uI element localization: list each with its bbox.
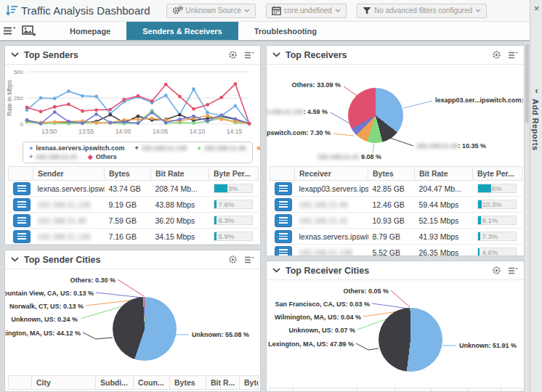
svg-text:250: 250 xyxy=(14,95,24,102)
collapse-chevron-icon[interactable] xyxy=(272,52,280,57)
col-bytes[interactable]: Bytes xyxy=(368,167,415,181)
panel-top-receivers: Top Receivers Others: 33.09 % lexapp03.s… xyxy=(266,45,525,256)
row-menu-button[interactable] xyxy=(275,198,292,211)
advanced-filter-dropdown[interactable]: No advanced filters configured xyxy=(357,4,487,18)
gear-icon[interactable] xyxy=(492,266,501,275)
top-header-bar: Traffic Analysis Dashboard Unknown Sourc… xyxy=(0,0,530,22)
table-row[interactable]: 192.168.21.40 7.59 GB 36.20 Mbps 6.3% xyxy=(9,213,259,229)
col-byte-percent[interactable]: Byte Per... xyxy=(209,167,259,181)
table-row[interactable]: lexnas.servers.ipswitch.com 8.79 GB 41.9… xyxy=(270,229,522,245)
pie-label: Wilmington, MA, US: 0.04 % xyxy=(275,314,361,321)
pie-label: San Francisco, CA, US: 0.03 % xyxy=(275,301,370,308)
source-dropdown-label: Unknown Source xyxy=(186,7,241,15)
collapse-chevron-icon[interactable] xyxy=(272,268,280,273)
table-row[interactable]: lexapp03.servers.ipswitch.... 42.85 GB 2… xyxy=(270,181,522,197)
funnel-icon xyxy=(363,7,371,15)
receiver-cities-pie-chart: Others: 0.05 % San Francisco, CA, US: 0.… xyxy=(267,280,524,388)
table-row[interactable]: 192.168.21.130 7.16 GB 34.15 Mbps 5.9% xyxy=(9,229,259,245)
pie-label: Others: 33.09 % xyxy=(291,81,341,89)
col-bytes[interactable]: Bytes xyxy=(105,167,151,181)
scrollbar-thumb[interactable] xyxy=(525,44,529,123)
row-menu-button[interactable] xyxy=(275,230,292,243)
col-bytes[interactable]: Bytes xyxy=(170,376,206,390)
col-bitrate[interactable]: Bit Rate xyxy=(151,167,209,181)
pie-label: lexapp03.ser...ipswitch.com: 35 xyxy=(435,97,525,104)
col-bytes[interactable]: Bytes xyxy=(432,388,468,392)
col-byte-percent[interactable]: Byte Per... xyxy=(473,167,522,181)
col-bitrate[interactable]: Bit R... xyxy=(468,388,501,392)
row-menu-button[interactable] xyxy=(275,246,292,257)
pie xyxy=(113,297,177,361)
add-image-icon[interactable] xyxy=(19,22,38,40)
export-menu-icon[interactable] xyxy=(508,266,518,275)
table-row[interactable]: 192.168.21.49 12.46 GB 59.44 Mbps 10.3% xyxy=(270,197,522,213)
export-menu-icon[interactable] xyxy=(508,51,518,60)
close-icon[interactable]: × xyxy=(530,3,542,15)
pie-label: Lexington, MA, US: 47.89 % xyxy=(268,340,354,348)
gear-icon[interactable] xyxy=(228,50,238,60)
receivers-table: Receiver Bytes Bit Rate Byte Per... lexa… xyxy=(270,166,522,256)
source-dropdown[interactable]: Unknown Source xyxy=(166,4,256,18)
panel-title: Top Senders xyxy=(24,50,78,60)
calendar-icon xyxy=(272,6,281,15)
col-city[interactable]: City xyxy=(294,388,357,392)
tab-homepage[interactable]: Homepage xyxy=(54,22,126,40)
panel-top-receiver-cities: Top Receiver Cities Others: 0.05 % San F… xyxy=(266,261,525,392)
svg-text:14:05: 14:05 xyxy=(153,128,169,135)
svg-text:14:15: 14:15 xyxy=(227,128,243,135)
pie-label: Norwalk, CT, US: 0.13 % xyxy=(9,303,84,310)
date-range-dropdown[interactable]: core.undefined xyxy=(266,4,347,18)
senders-table: Sender Bytes Bit Rate Byte Per... lexnas… xyxy=(8,166,259,245)
collapse-chevron-icon[interactable] xyxy=(11,52,19,57)
col-subdivision[interactable]: Subdi... xyxy=(357,388,395,392)
report-list-icon[interactable] xyxy=(0,22,19,40)
sender-cities-pie-chart: Others: 0.30 % Mountain View, CA, US: 0.… xyxy=(5,269,260,375)
col-byte-percent[interactable]: Byte ... xyxy=(240,376,259,390)
panel-title: Top Receiver Cities xyxy=(286,266,369,276)
row-menu-button[interactable] xyxy=(275,214,292,227)
col-subdivision[interactable]: Subdi... xyxy=(96,376,134,390)
svg-text:14:10: 14:10 xyxy=(190,128,206,135)
row-menu-button[interactable] xyxy=(13,230,31,243)
pie-label: Unknown, US: 0.24 % xyxy=(11,316,78,323)
chevron-down-icon xyxy=(475,9,481,12)
tab-senders-receivers[interactable]: Senders & Receivers xyxy=(126,22,238,40)
row-menu-button[interactable] xyxy=(13,214,31,227)
export-menu-icon[interactable] xyxy=(244,256,254,264)
svg-text:Rate in Mbps: Rate in Mbps xyxy=(6,80,13,116)
col-bitrate[interactable]: Bit R... xyxy=(206,376,240,390)
tab-troubleshooting[interactable]: Troubleshooting xyxy=(238,22,333,40)
add-reports-label: Add Reports xyxy=(531,99,540,151)
export-menu-icon[interactable] xyxy=(244,51,254,60)
col-sender[interactable]: Sender xyxy=(33,167,105,181)
col-bitrate[interactable]: Bit Rate xyxy=(415,167,473,181)
col-country[interactable]: Coun... xyxy=(134,376,170,390)
chevron-left-icon: ‹ xyxy=(530,86,542,96)
col-country[interactable]: Coun... xyxy=(395,388,432,392)
pie-label: as.servers.ipswitch.com: 7.30 % xyxy=(266,129,331,136)
col-receiver[interactable]: Receiver xyxy=(295,167,368,181)
table-row[interactable]: 192.168.21.136 9.19 GB 43.88 Mbps 7.6% xyxy=(9,197,259,213)
tabs: Homepage Senders & Receivers Troubleshoo… xyxy=(54,22,333,40)
row-menu-button[interactable] xyxy=(13,198,31,211)
add-reports-rail[interactable]: × ‹ Add Reports xyxy=(530,0,542,392)
col-city[interactable]: City xyxy=(32,376,96,390)
pie-label: Mountain View, CA, US: 0.13 % xyxy=(4,290,94,297)
col-byte-percent[interactable]: Byte ... xyxy=(501,388,522,392)
table-row[interactable]: lexnas.servers.ipswitch.com 43.74 GB 208… xyxy=(9,181,259,197)
gear-icon[interactable] xyxy=(228,255,238,264)
chevron-down-icon xyxy=(335,9,341,12)
table-row[interactable]: 192.168.21.41 10.93 GB 52.15 Mbps 9.1% xyxy=(270,213,522,229)
vertical-scrollbar[interactable] xyxy=(525,42,530,392)
row-menu-button[interactable] xyxy=(275,182,292,195)
collapse-chevron-icon[interactable] xyxy=(11,257,19,262)
byte-percent-bar: 6.3% xyxy=(214,216,253,225)
row-menu-button[interactable] xyxy=(13,182,31,195)
byte-percent-bar: 7.3% xyxy=(477,232,517,241)
sender-cities-table: City Subdi... Coun... Bytes Bit R... Byt… xyxy=(8,375,259,390)
table-row-clipped[interactable] xyxy=(9,245,259,246)
traffic-analysis-logo-icon xyxy=(6,4,18,17)
gear-icon[interactable] xyxy=(492,50,501,60)
report-tab-bar: Homepage Senders & Receivers Troubleshoo… xyxy=(0,22,530,41)
table-row[interactable]: 192.168.21.138 5.52 GB 26.35 Mbps 4.6% xyxy=(270,245,522,257)
